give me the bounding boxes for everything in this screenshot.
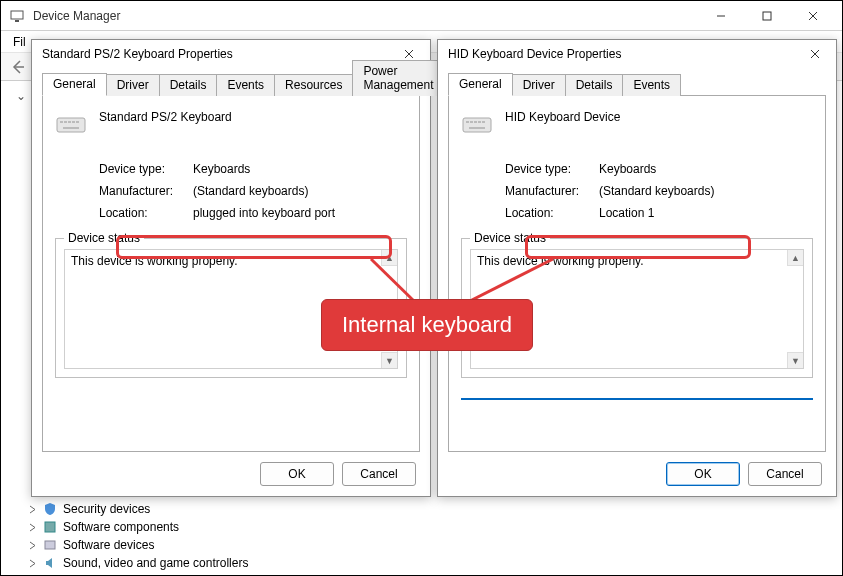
value-location: Location 1 xyxy=(599,206,654,220)
label-location: Location: xyxy=(99,206,193,220)
chevron-right-icon[interactable] xyxy=(28,541,37,550)
svg-rect-25 xyxy=(482,121,485,123)
svg-rect-14 xyxy=(68,121,71,123)
dialog-title: HID Keyboard Device Properties xyxy=(448,47,621,61)
svg-rect-17 xyxy=(63,127,79,129)
tree-row[interactable]: Sound, video and game controllers xyxy=(28,554,248,572)
svg-rect-3 xyxy=(763,12,771,20)
device-manager-titlebar: Device Manager xyxy=(1,1,842,31)
tab-general[interactable]: General xyxy=(42,73,107,96)
scroll-down-button[interactable]: ▼ xyxy=(381,352,397,368)
dialog-hid-keyboard-properties: HID Keyboard Device Properties General D… xyxy=(437,39,837,497)
keyboard-icon xyxy=(461,108,493,140)
window-title: Device Manager xyxy=(33,9,120,23)
label-location: Location: xyxy=(505,206,599,220)
status-legend: Device status xyxy=(470,231,550,245)
tree-row[interactable]: Software devices xyxy=(28,536,248,554)
sound-icon xyxy=(43,556,57,570)
svg-rect-22 xyxy=(470,121,473,123)
tab-page-general: HID Keyboard Device Device type:Keyboard… xyxy=(448,96,826,452)
tab-details[interactable]: Details xyxy=(159,74,218,96)
dialog-title: Standard PS/2 Keyboard Properties xyxy=(42,47,233,61)
tree-row[interactable]: Software components xyxy=(28,518,248,536)
svg-rect-13 xyxy=(64,121,67,123)
chevron-right-icon[interactable] xyxy=(28,505,37,514)
label-manufacturer: Manufacturer: xyxy=(505,184,599,198)
maximize-button[interactable] xyxy=(744,1,790,31)
scroll-up-button[interactable]: ▲ xyxy=(381,250,397,266)
back-button[interactable] xyxy=(7,56,29,78)
svg-rect-21 xyxy=(466,121,469,123)
tab-page-general: Standard PS/2 Keyboard Device type:Keybo… xyxy=(42,96,420,452)
dialog-ps2-keyboard-properties: Standard PS/2 Keyboard Properties Genera… xyxy=(31,39,431,497)
chevron-right-icon[interactable] xyxy=(28,559,37,568)
tab-events[interactable]: Events xyxy=(216,74,275,96)
menu-file[interactable]: Fil xyxy=(7,33,32,51)
scroll-down-button[interactable]: ▼ xyxy=(787,352,803,368)
device-icon xyxy=(43,538,57,552)
svg-rect-1 xyxy=(15,20,19,22)
svg-rect-23 xyxy=(474,121,477,123)
svg-rect-26 xyxy=(469,127,485,129)
dialog-close-button[interactable] xyxy=(800,42,830,66)
cancel-button[interactable]: Cancel xyxy=(342,462,416,486)
chevron-right-icon[interactable] xyxy=(28,523,37,532)
device-status-text[interactable]: This device is working properly. ▲ ▼ xyxy=(64,249,398,369)
app-icon xyxy=(9,8,25,24)
value-device-type: Keyboards xyxy=(193,162,250,176)
scroll-up-button[interactable]: ▲ xyxy=(787,250,803,266)
tab-resources[interactable]: Resources xyxy=(274,74,353,96)
ok-button[interactable]: OK xyxy=(666,462,740,486)
value-device-type: Keyboards xyxy=(599,162,656,176)
svg-rect-16 xyxy=(76,121,79,123)
svg-rect-24 xyxy=(478,121,481,123)
tab-driver[interactable]: Driver xyxy=(512,74,566,96)
svg-rect-15 xyxy=(72,121,75,123)
value-manufacturer: (Standard keyboards) xyxy=(193,184,308,198)
dialog-titlebar[interactable]: HID Keyboard Device Properties xyxy=(438,40,836,68)
svg-rect-12 xyxy=(60,121,63,123)
device-name: HID Keyboard Device xyxy=(505,108,620,124)
security-icon xyxy=(43,502,57,516)
device-status-text[interactable]: This device is working properly. ▲ ▼ xyxy=(470,249,804,369)
tab-driver[interactable]: Driver xyxy=(106,74,160,96)
device-name: Standard PS/2 Keyboard xyxy=(99,108,232,124)
tabstrip: General Driver Details Events Resources … xyxy=(42,72,420,96)
device-status-group: Device status This device is working pro… xyxy=(461,238,813,378)
tabstrip: General Driver Details Events xyxy=(448,72,826,96)
ok-button[interactable]: OK xyxy=(260,462,334,486)
tab-events[interactable]: Events xyxy=(622,74,681,96)
focus-underline xyxy=(461,398,813,400)
cancel-button[interactable]: Cancel xyxy=(748,462,822,486)
label-device-type: Device type: xyxy=(505,162,599,176)
close-button[interactable] xyxy=(790,1,836,31)
minimize-button[interactable] xyxy=(698,1,744,31)
label-manufacturer: Manufacturer: xyxy=(99,184,193,198)
tab-details[interactable]: Details xyxy=(565,74,624,96)
device-status-group: Device status This device is working pro… xyxy=(55,238,407,378)
value-manufacturer: (Standard keyboards) xyxy=(599,184,714,198)
label-device-type: Device type: xyxy=(99,162,193,176)
tab-general[interactable]: General xyxy=(448,73,513,96)
status-legend: Device status xyxy=(64,231,144,245)
tree-row[interactable]: Security devices xyxy=(28,500,248,518)
tab-power[interactable]: Power Management xyxy=(352,60,444,96)
keyboard-icon xyxy=(55,108,87,140)
svg-rect-20 xyxy=(463,118,491,132)
svg-rect-11 xyxy=(57,118,85,132)
svg-rect-7 xyxy=(45,522,55,532)
expander-icon[interactable]: ⌄ xyxy=(16,89,26,103)
svg-rect-8 xyxy=(45,541,55,549)
value-location: plugged into keyboard port xyxy=(193,206,335,220)
component-icon xyxy=(43,520,57,534)
svg-rect-0 xyxy=(11,11,23,19)
